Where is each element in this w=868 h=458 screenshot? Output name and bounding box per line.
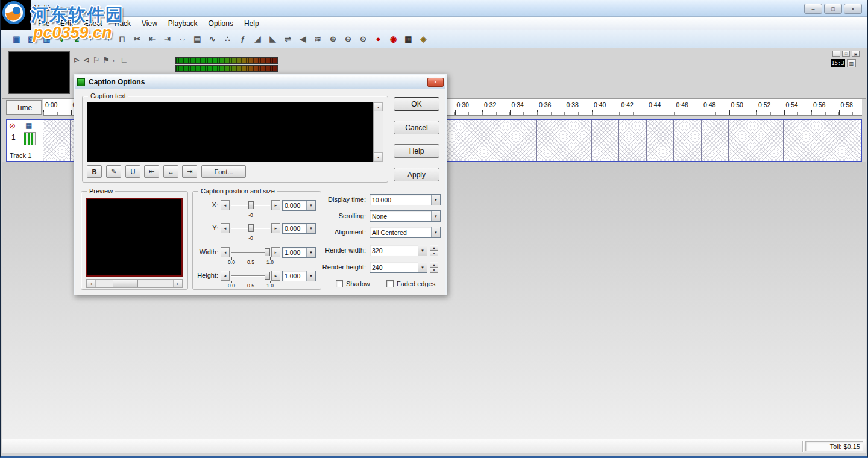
timeline-tick [482,110,483,115]
menu-item-file[interactable]: File [33,18,55,29]
effect-icon[interactable]: ƒ [236,32,250,46]
crossfade-icon[interactable]: ⇌ [281,32,295,46]
minimize-button[interactable]: – [804,4,822,14]
timeline-tick [784,110,785,115]
timeline-header[interactable]: Time [6,100,42,115]
timeline-tick-label: 0:40 [594,101,606,108]
timeline-tick [839,110,840,115]
title-bar: Multiquence – □ × [1,0,867,17]
maximize-button[interactable]: □ [824,4,842,14]
timeline-tick [675,110,675,115]
video-capture-icon[interactable]: ◉ [386,32,400,46]
status-bar: Toll: $0.15 [2,439,866,453]
dialog-title-bar: Caption Options × [75,75,445,89]
volume-icon[interactable]: ◀ [296,32,310,46]
checkbox-label: Shadow [346,280,370,287]
menu-item-effect[interactable]: Effect [78,18,107,29]
zoom-in-icon[interactable]: ⊕ [326,32,340,46]
menu-item-playback[interactable]: Playback [163,18,203,29]
caption-options-dialog: Caption Options × Caption text ▲ ▼ B✎U⇤↔… [74,74,447,295]
track-number: 1 [11,133,16,142]
cursor-start-icon[interactable]: ⊳ [74,55,80,64]
timeline-tick-label: 0:32 [484,101,496,108]
tag-icon[interactable]: ◈ [417,32,430,46]
video-monitor [8,51,70,94]
wave-icon[interactable]: ∿ [206,32,219,46]
menu-item-edit[interactable]: Edit [55,18,78,29]
dual-view-icon[interactable]: 2 [70,32,84,46]
level-meters [175,57,278,73]
open-icon[interactable]: ▧ [25,32,39,46]
timeline-tick-label: 0:58 [841,101,853,108]
record-icon[interactable]: ● [371,32,385,46]
window-title: Multiquence [34,4,73,13]
timeline-tick-label: 0:42 [621,101,634,108]
checkbox-faded-edges[interactable]: Faded edges [386,280,435,287]
checkbox-box [336,280,343,287]
timeline-tick [729,110,730,115]
menu-item-view[interactable]: View [136,18,163,29]
timeline-tick-label: 0:44 [649,101,661,108]
window-controls: – □ × [804,4,862,14]
timeline-tick-label: 0:30 [457,101,469,108]
panel-minimize-icon[interactable]: – [832,51,840,57]
device-icon[interactable]: ▦ [401,32,415,46]
timeline-tick-label: 0:38 [567,101,579,108]
timeline-tick [702,110,702,115]
trim-end-icon[interactable]: ⇥ [160,32,174,46]
panel-restore-icon[interactable]: □ [842,51,850,57]
range-icon[interactable]: ⌐ [113,55,118,64]
noise-icon[interactable]: ∴ [221,32,234,46]
dialog-close-button[interactable]: × [427,78,444,87]
marker-flag-icon[interactable]: ⚐ [93,55,100,64]
menu-item-track[interactable]: Track [108,18,137,29]
timeline-tick [756,110,757,115]
timeline-tick-label: 0:54 [786,101,798,108]
import-icon[interactable]: ⇓ [55,32,69,46]
menu-item-options[interactable]: Options [203,18,239,29]
close-button[interactable]: × [844,4,862,14]
dialog-body: Caption text ▲ ▼ B✎U⇤↔⇥ Font... OKCancel… [75,89,445,295]
timeline-tick [620,110,620,115]
list-icon[interactable]: ▤ [190,32,204,46]
zoom-out-icon[interactable]: ⊖ [341,32,355,46]
split-icon[interactable]: ⌐ [85,32,99,46]
group-icon[interactable]: ⊓ [115,32,129,46]
checkbox-shadow[interactable]: Shadow [336,280,370,287]
timeline-tick-label: 0:46 [676,101,688,108]
level-meter-2 [175,65,278,72]
mixer-icon[interactable]: ≋ [311,32,325,46]
new-icon[interactable]: ▣ [10,32,24,46]
marker-flag-filled-icon[interactable]: ⚑ [102,55,110,64]
timeline-tick-label: 0:56 [813,101,825,108]
checkbox-label: Faded edges [397,280,435,287]
timeline-tick-label: 0:48 [703,101,715,108]
save-icon[interactable]: ▥ [40,32,54,46]
timeline-tick [43,110,44,115]
level-meter-1 [175,57,278,64]
menu-item-help[interactable]: Help [239,18,265,29]
fade-in-icon[interactable]: ◢ [251,32,265,46]
clips-icon[interactable]: ▦ [25,121,32,130]
display-mode-icon[interactable]: ▥ [847,59,856,67]
volume-fader-icon[interactable] [24,132,36,145]
status-divider [802,441,803,452]
timeline-tick [565,110,565,115]
snap-icon[interactable]: ⇔ [175,32,189,46]
dialog-icon [77,78,85,86]
cursor-end-icon[interactable]: ⊲ [83,55,90,64]
app-window: Multiquence – □ × FileEditEffectTrackVie… [0,0,868,458]
mute-icon[interactable]: ⊘ [9,121,16,130]
dialog-title: Caption Options [89,78,145,86]
timeline-tick-label: 0:52 [758,101,770,108]
panel-layout-icon[interactable]: ▣ [852,51,860,57]
track-label: Track 1 [10,152,31,159]
zoom-fit-icon[interactable]: ⊙ [356,32,370,46]
fade-out-icon[interactable]: ◣ [266,32,280,46]
corner-icon[interactable]: ∟ [121,55,128,64]
cut-icon[interactable]: ✂ [130,32,144,46]
transport-controls: ⊳⊲⚐⚑⌐∟ [74,55,128,64]
join-icon[interactable]: ¬ [100,32,114,46]
timeline-tick-label: 0:36 [539,101,551,108]
trim-start-icon[interactable]: ⇤ [145,32,159,46]
